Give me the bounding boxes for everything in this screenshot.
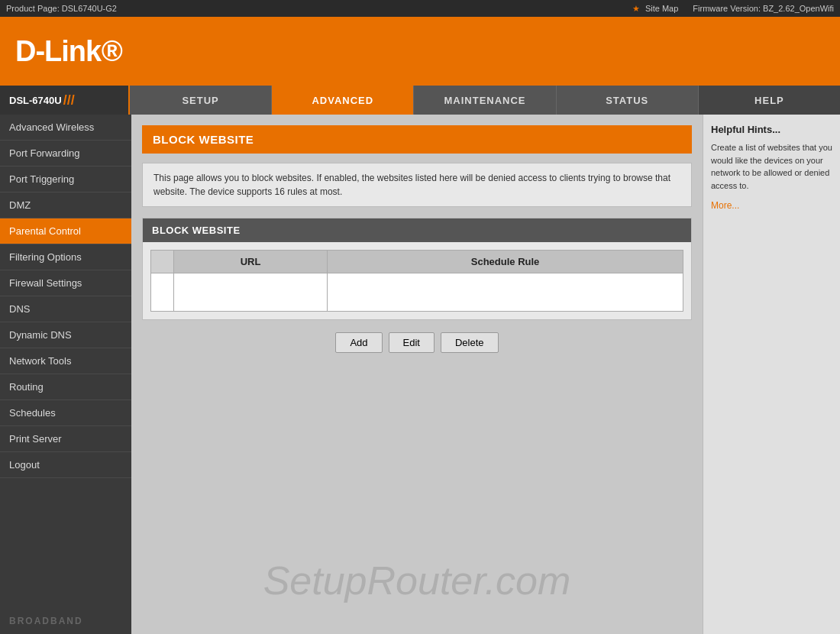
tab-status[interactable]: STATUS <box>557 86 699 115</box>
firmware-label: Firmware Version: BZ_2.62_OpenWifi <box>693 4 834 13</box>
sitemap-link[interactable]: Site Map <box>645 4 678 13</box>
watermark: SetupRouter.com <box>263 558 571 603</box>
table-row-empty <box>151 273 683 312</box>
product-label: Product Page: DSL6740U-G2 <box>6 4 117 13</box>
main-nav: DSL-6740U/// SETUP ADVANCED MAINTENANCE … <box>0 86 840 115</box>
page-description: This page allows you to block websites. … <box>142 163 692 207</box>
page-header-bar: BLOCK WEBSITE <box>142 125 692 154</box>
sidebar-item-dmz[interactable]: DMZ <box>0 192 131 218</box>
sidebar-item-dynamic-dns[interactable]: Dynamic DNS <box>0 322 131 348</box>
edit-button[interactable]: Edit <box>389 332 435 353</box>
sidebar-item-firewall-settings[interactable]: Firewall Settings <box>0 270 131 296</box>
tab-advanced[interactable]: ADVANCED <box>272 86 414 115</box>
logo-text: D-Link <box>15 35 101 67</box>
broadband-label: BROADBAND <box>0 608 131 634</box>
right-panel: Helpful Hints... Create a list of websit… <box>703 115 840 634</box>
action-buttons: Add Edit Delete <box>142 332 692 353</box>
more-link[interactable]: More... <box>711 200 739 211</box>
sidebar-item-routing[interactable]: Routing <box>0 374 131 400</box>
helpful-hints-title: Helpful Hints... <box>711 124 832 135</box>
logo: D-Link® <box>15 35 121 68</box>
col-schedule-rule: Schedule Rule <box>328 251 683 273</box>
col-checkbox <box>151 251 174 273</box>
block-website-table: URL Schedule Rule <box>150 250 683 312</box>
content-area: Advanced Wireless Port Forwarding Port T… <box>0 115 840 634</box>
tab-maintenance[interactable]: MAINTENANCE <box>414 86 556 115</box>
section-title: BLOCK WEBSITE <box>143 218 691 242</box>
block-website-section: BLOCK WEBSITE URL Schedule Rule <box>142 218 692 320</box>
top-bar-right: ★ Site Map Firmware Version: BZ_2.62_Ope… <box>632 4 834 14</box>
sidebar-item-advanced-wireless[interactable]: Advanced Wireless <box>0 115 131 141</box>
add-button[interactable]: Add <box>335 332 382 353</box>
sidebar-item-logout[interactable]: Logout <box>0 452 131 478</box>
page-title: BLOCK WEBSITE <box>153 133 681 146</box>
sidebar-item-print-server[interactable]: Print Server <box>0 426 131 452</box>
sidebar-item-port-forwarding[interactable]: Port Forwarding <box>0 141 131 167</box>
sidebar-item-network-tools[interactable]: Network Tools <box>0 348 131 374</box>
top-bar: Product Page: DSL6740U-G2 ★ Site Map Fir… <box>0 0 840 17</box>
sidebar-item-schedules[interactable]: Schedules <box>0 400 131 426</box>
header: D-Link® <box>0 17 840 86</box>
main-content: BLOCK WEBSITE This page allows you to bl… <box>131 115 703 634</box>
table-area: URL Schedule Rule <box>143 242 691 319</box>
tab-help[interactable]: HELP <box>699 86 840 115</box>
col-url: URL <box>174 251 328 273</box>
tab-setup[interactable]: SETUP <box>130 86 272 115</box>
sidebar-item-filtering-options[interactable]: Filtering Options <box>0 244 131 270</box>
sidebar-item-port-triggering[interactable]: Port Triggering <box>0 167 131 192</box>
helpful-hints-text: Create a list of websites that you would… <box>711 141 832 192</box>
delete-button[interactable]: Delete <box>441 332 499 353</box>
sidebar-item-parental-control[interactable]: Parental Control <box>0 218 131 244</box>
model-label: DSL-6740U/// <box>0 86 130 115</box>
sidebar-item-dns[interactable]: DNS <box>0 296 131 322</box>
sidebar: Advanced Wireless Port Forwarding Port T… <box>0 115 131 634</box>
sitemap-icon: ★ <box>632 4 640 13</box>
